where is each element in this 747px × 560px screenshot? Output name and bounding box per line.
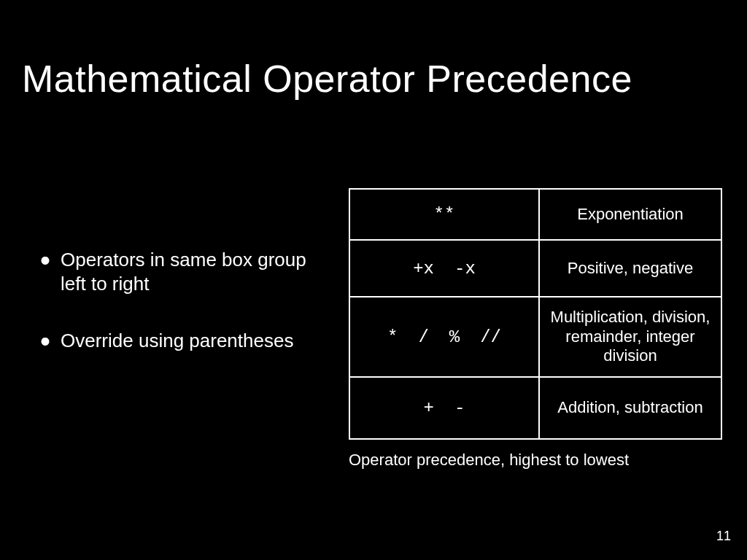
bullet-list: • Operators in same box group left to ri…	[40, 248, 332, 386]
bullet-icon: •	[40, 252, 50, 268]
bullet-text: Override using parentheses	[61, 329, 293, 353]
description-cell: Addition, subtraction	[539, 377, 721, 439]
slide: Mathematical Operator Precedence • Opera…	[0, 0, 747, 560]
table-row: ** Exponentiation	[349, 189, 721, 240]
table-caption: Operator precedence, highest to lowest	[349, 451, 728, 470]
description-cell: Multiplication, division, remainder, int…	[539, 297, 721, 377]
operator-token: *	[387, 327, 398, 347]
operator-cell: +x -x	[349, 240, 539, 297]
list-item: • Operators in same box group left to ri…	[40, 248, 332, 295]
operator-token: **	[434, 205, 455, 225]
operator-cell: + -	[349, 377, 539, 439]
operator-token: /	[418, 327, 428, 347]
precedence-table: ** Exponentiation +x -x Positive, negati…	[349, 188, 722, 440]
operator-token: -	[454, 398, 465, 418]
slide-title: Mathematical Operator Precedence	[22, 57, 725, 101]
description-cell: Exponentiation	[539, 189, 721, 240]
bullet-icon: •	[40, 333, 50, 349]
page-number: 11	[716, 529, 731, 544]
description-cell: Positive, negative	[539, 240, 721, 297]
bullet-text: Operators in same box group left to righ…	[61, 248, 332, 295]
operator-cell: **	[349, 189, 539, 240]
operator-cell: * / % //	[349, 297, 539, 377]
table-row: +x -x Positive, negative	[349, 240, 721, 297]
operator-token: +x	[413, 259, 434, 279]
table-row: * / % // Multiplication, division, remai…	[349, 297, 721, 377]
operator-token: %	[449, 327, 460, 347]
operator-token: +	[424, 398, 434, 418]
operator-token: //	[480, 327, 501, 347]
list-item: • Override using parentheses	[40, 329, 332, 353]
table-row: + - Addition, subtraction	[349, 377, 721, 439]
operator-token: -x	[454, 259, 476, 279]
